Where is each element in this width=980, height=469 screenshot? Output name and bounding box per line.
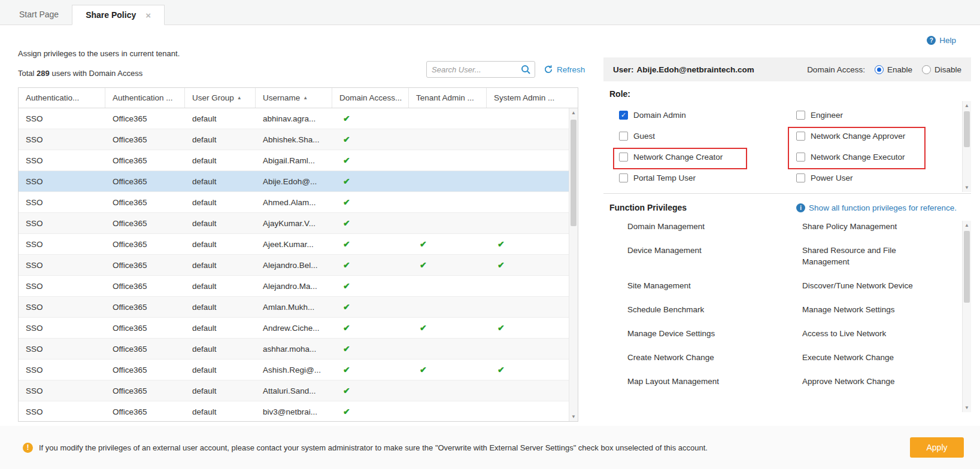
column-header[interactable]: Tenant Admin ... xyxy=(409,88,487,108)
info-icon: i xyxy=(796,203,805,212)
domain-access-cell: ✔ xyxy=(332,150,409,170)
scroll-down-icon[interactable]: ▼ xyxy=(569,412,578,421)
table-row[interactable]: SSOOffice365defaultAhmed.Alam...✔ xyxy=(19,192,569,213)
column-header[interactable]: User Group▲ xyxy=(185,88,256,108)
table-row[interactable]: SSOOffice365defaultabhinav.agra...✔ xyxy=(19,108,569,129)
table-row[interactable]: SSOOffice365defaultAndrew.Ciche...✔✔✔ xyxy=(19,318,569,339)
username-cell: Andrew.Ciche... xyxy=(256,318,332,338)
radio-selected-icon[interactable] xyxy=(875,65,884,74)
check-icon: ✔ xyxy=(343,197,350,207)
auth-server-cell: Office365 xyxy=(105,380,185,401)
check-icon: ✔ xyxy=(343,365,350,374)
tenant-admin-cell: ✔ xyxy=(409,255,487,275)
role-checkbox-item[interactable]: Network Change Creator xyxy=(619,147,796,168)
table-row[interactable]: SSOOffice365defaultashhar.moha...✔ xyxy=(19,339,569,360)
table-row[interactable]: SSOOffice365defaultAmlan.Mukh...✔ xyxy=(19,297,569,318)
checkbox-icon[interactable] xyxy=(796,111,805,120)
table-row[interactable]: SSOOffice365defaultAbije.Edoh@...✔ xyxy=(19,171,569,192)
role-grid: ✓Domain AdminEngineerGuestNetwork Change… xyxy=(603,101,971,188)
show-all-label: Show all function privileges for referen… xyxy=(809,203,957,212)
column-header[interactable]: Authenticatio... xyxy=(19,88,105,108)
refresh-button[interactable]: Refresh xyxy=(544,65,585,74)
column-header[interactable]: Authentication ... xyxy=(105,88,185,108)
username-cell: Ashish.Regi@... xyxy=(256,360,332,380)
role-name: Domain Admin xyxy=(633,111,686,120)
check-icon: ✔ xyxy=(343,407,350,416)
system-admin-cell xyxy=(487,276,569,296)
table-row[interactable]: SSOOffice365defaultAjayKumar.V...✔ xyxy=(19,213,569,234)
table-row[interactable]: SSOOffice365defaultbiv3@netbrai...✔ xyxy=(19,401,569,421)
role-checkbox-item[interactable]: Network Change Executor xyxy=(796,147,952,168)
checkbox-icon[interactable] xyxy=(619,173,628,182)
table-row[interactable]: SSOOffice365defaultAbigail.Raml...✔ xyxy=(19,150,569,171)
privileges-area: Domain ManagementShare Policy Management… xyxy=(603,221,971,412)
column-header[interactable]: System Admin ... xyxy=(487,88,569,108)
username-cell: Alejandro.Bel... xyxy=(256,255,332,275)
table-scrollbar[interactable]: ▲ ▼ xyxy=(569,108,578,421)
table-row[interactable]: SSOOffice365defaultAbhishek.Sha...✔ xyxy=(19,129,569,150)
system-admin-cell xyxy=(487,213,569,233)
user-group-cell: default xyxy=(185,234,256,254)
role-scrollbar[interactable]: ▲ ▼ xyxy=(962,101,971,192)
footer-bar: ! If you modify the privileges of an ext… xyxy=(0,426,980,469)
scroll-thumb[interactable] xyxy=(964,111,970,147)
search-icon[interactable] xyxy=(520,64,531,75)
tab-share-policy[interactable]: Share Policy × xyxy=(72,5,165,25)
enable-radio[interactable]: Enable xyxy=(875,65,912,74)
column-header[interactable]: Domain Access... xyxy=(332,88,409,108)
scroll-up-icon[interactable]: ▲ xyxy=(569,108,578,117)
column-header[interactable]: Username▲ xyxy=(256,88,332,108)
role-checkbox-item[interactable]: Portal Temp User xyxy=(619,168,796,188)
help-link[interactable]: ? Help xyxy=(927,36,956,45)
checkbox-icon[interactable] xyxy=(619,153,628,162)
domain-access-cell: ✔ xyxy=(332,276,409,296)
tab-start-page[interactable]: Start Page xyxy=(6,4,72,25)
scroll-up-icon[interactable]: ▲ xyxy=(963,101,971,110)
domain-access-cell: ✔ xyxy=(332,401,409,421)
role-checkbox-item[interactable]: Engineer xyxy=(796,105,952,126)
tab-label: Share Policy xyxy=(86,10,136,20)
scroll-thumb[interactable] xyxy=(964,231,970,303)
table-row[interactable]: SSOOffice365defaultAlejandro.Ma...✔ xyxy=(19,276,569,297)
checkbox-icon[interactable] xyxy=(796,132,805,141)
scroll-up-icon[interactable]: ▲ xyxy=(963,221,971,230)
role-name: Engineer xyxy=(811,111,843,120)
disable-radio[interactable]: Disable xyxy=(922,65,961,74)
warning-text: If you modify the privileges of an exter… xyxy=(39,443,904,452)
role-checkbox-item[interactable]: Power User xyxy=(796,168,952,188)
table-row[interactable]: SSOOffice365defaultAjeet.Kumar...✔✔✔ xyxy=(19,234,569,255)
checkbox-icon[interactable] xyxy=(796,153,805,162)
privileges-scrollbar[interactable]: ▲ ▼ xyxy=(962,221,971,412)
user-table: Authenticatio...Authentication ...User G… xyxy=(18,87,578,422)
show-all-privileges-link[interactable]: i Show all function privileges for refer… xyxy=(796,203,957,212)
table-row[interactable]: SSOOffice365defaultAttaluri.Sand...✔ xyxy=(19,380,569,401)
user-group-cell: default xyxy=(185,401,256,421)
system-admin-cell xyxy=(487,192,569,212)
auth-type-cell: SSO xyxy=(19,108,105,129)
table-row[interactable]: SSOOffice365defaultAlejandro.Bel...✔✔✔ xyxy=(19,255,569,276)
close-icon[interactable]: × xyxy=(145,11,151,20)
auth-type-cell: SSO xyxy=(19,297,105,317)
apply-button[interactable]: Apply xyxy=(910,437,964,458)
scroll-thumb[interactable] xyxy=(571,120,577,226)
role-checkbox-item[interactable]: Network Change Approver xyxy=(796,126,952,147)
system-admin-cell: ✔ xyxy=(487,255,569,275)
privilege-item: Shared Resource and File Management xyxy=(802,245,935,267)
search-input[interactable] xyxy=(432,65,520,74)
intro-text: Assign privileges to the users in curren… xyxy=(18,49,180,58)
table-row[interactable]: SSOOffice365defaultAshish.Regi@...✔✔✔ xyxy=(19,360,569,380)
search-box[interactable] xyxy=(426,61,535,78)
domain-access-cell: ✔ xyxy=(332,234,409,254)
checkbox-icon[interactable] xyxy=(796,173,805,182)
check-icon: ✔ xyxy=(343,218,350,228)
scroll-down-icon[interactable]: ▼ xyxy=(963,403,971,412)
role-checkbox-item[interactable]: ✓Domain Admin xyxy=(619,105,796,126)
role-name: Network Change Approver xyxy=(811,132,905,141)
checkbox-checked-icon[interactable]: ✓ xyxy=(619,111,628,120)
checkbox-icon[interactable] xyxy=(619,132,628,141)
username-cell: Abhishek.Sha... xyxy=(256,129,332,150)
check-icon: ✔ xyxy=(420,323,427,333)
radio-unselected-icon[interactable] xyxy=(922,65,931,74)
scroll-down-icon[interactable]: ▼ xyxy=(963,183,971,192)
role-checkbox-item[interactable]: Guest xyxy=(619,126,796,147)
